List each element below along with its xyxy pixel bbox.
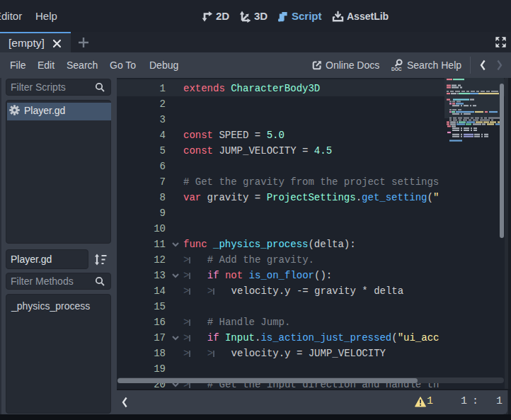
- svg-text:DOC: DOC: [391, 67, 402, 72]
